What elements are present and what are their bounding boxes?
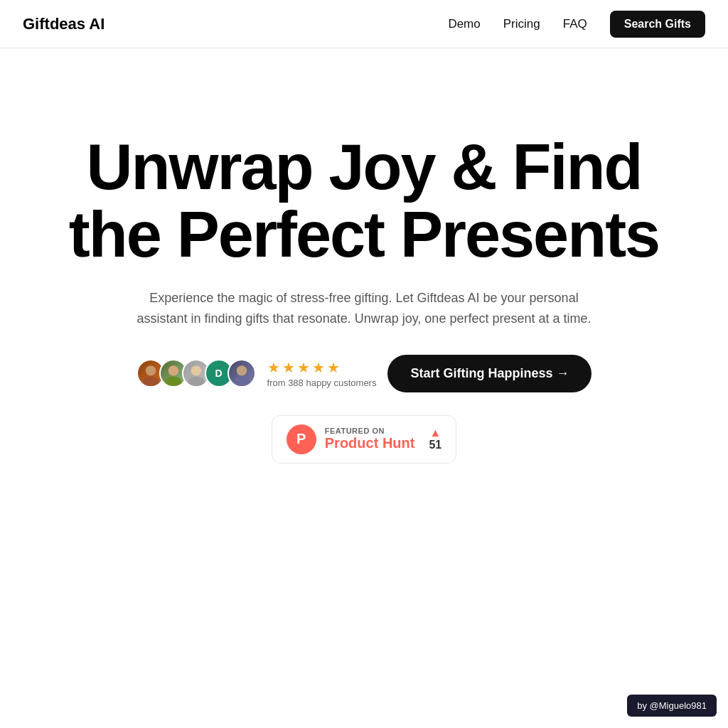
nav-faq[interactable]: FAQ — [563, 17, 587, 31]
nav-search-gifts-button[interactable]: Search Gifts — [610, 11, 705, 38]
star-5: ★ — [327, 359, 340, 376]
hero-subtitle: Experience the magic of stress-free gift… — [136, 288, 592, 329]
logo: Giftdeas AI — [23, 15, 105, 33]
header: Giftdeas AI Demo Pricing FAQ Search Gift… — [0, 0, 728, 48]
avatar-group: D — [136, 359, 256, 387]
svg-point-3 — [165, 377, 181, 388]
svg-point-6 — [236, 365, 246, 375]
star-2: ★ — [282, 359, 295, 376]
svg-point-1 — [142, 377, 159, 388]
upvote-arrow-icon: ▲ — [429, 427, 441, 439]
hero-title-line2: the Perfect Presents — [69, 199, 659, 270]
nav-demo[interactable]: Demo — [448, 17, 480, 31]
svg-point-7 — [233, 377, 250, 388]
star-1: ★ — [267, 359, 280, 376]
rating-block: ★ ★ ★ ★ ★ from 388 happy customers — [267, 359, 377, 388]
rating-text: from 388 happy customers — [267, 378, 377, 388]
nav: Demo Pricing FAQ Search Gifts — [448, 11, 705, 38]
product-hunt-name: Product Hunt — [325, 435, 415, 451]
svg-point-2 — [168, 365, 178, 375]
svg-point-4 — [191, 365, 200, 375]
svg-point-5 — [188, 377, 204, 388]
product-hunt-text: FEATURED ON Product Hunt — [325, 427, 415, 451]
avatar — [228, 359, 256, 387]
product-hunt-badge[interactable]: P FEATURED ON Product Hunt ▲ 51 — [272, 415, 456, 464]
product-hunt-votes: ▲ 51 — [429, 427, 441, 451]
product-hunt-icon: P — [287, 424, 316, 454]
hero-section: Unwrap Joy & Find the Perfect Presents E… — [0, 48, 728, 506]
social-proof-row: D ★ ★ ★ ★ ★ from 388 happy customers Sta… — [136, 355, 592, 392]
footer-badge: by @Miguelo981 — [627, 695, 717, 717]
svg-point-0 — [145, 365, 155, 375]
hero-cta-button[interactable]: Start Gifting Happiness → — [387, 355, 592, 392]
nav-pricing[interactable]: Pricing — [503, 17, 540, 31]
product-hunt-featured-label: FEATURED ON — [325, 427, 385, 435]
star-4: ★ — [312, 359, 325, 376]
hero-title: Unwrap Joy & Find the Perfect Presents — [69, 134, 659, 268]
star-3: ★ — [297, 359, 310, 376]
hero-title-line1: Unwrap Joy & Find — [86, 132, 641, 203]
star-rating: ★ ★ ★ ★ ★ — [267, 359, 340, 376]
vote-count: 51 — [429, 439, 441, 451]
